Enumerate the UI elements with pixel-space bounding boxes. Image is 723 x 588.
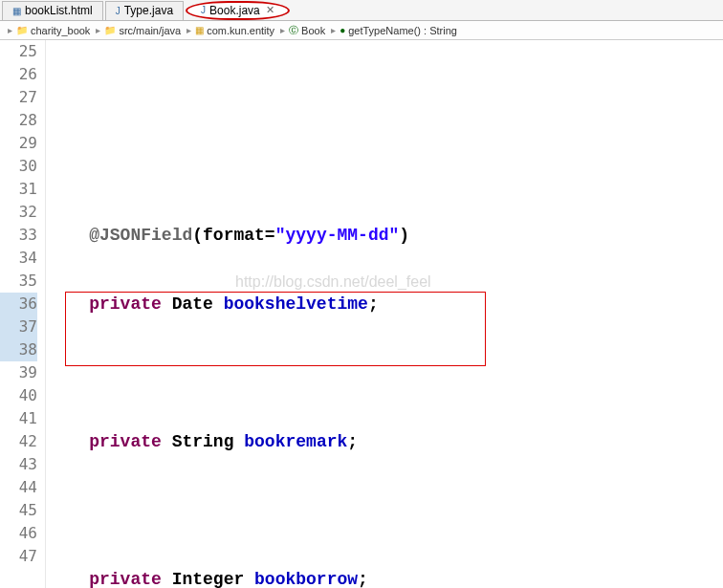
line-number-gutter: 2526272829303132333435363738394041424344…: [0, 40, 46, 588]
code-line: [48, 361, 723, 384]
java-file-icon: J: [116, 6, 120, 16]
chevron-right-icon: ▸: [186, 25, 191, 35]
line-number: 43: [0, 453, 37, 476]
tab-type-java[interactable]: J Type.java: [105, 1, 184, 20]
close-icon[interactable]: ✕: [266, 4, 274, 16]
breadcrumb-package[interactable]: ▦com.kun.entity: [195, 25, 274, 36]
class-icon: Ⓒ: [289, 24, 298, 37]
breadcrumb-method[interactable]: ●getTypeName() : String: [340, 25, 457, 36]
line-number: 38: [0, 338, 37, 361]
editor-tabs: ▦ bookList.html J Type.java J Book.java …: [0, 0, 723, 21]
line-number: 46: [0, 522, 37, 545]
line-number: 27: [0, 86, 37, 109]
line-number: 35: [0, 270, 37, 293]
code-line: private String bookremark;: [48, 430, 723, 453]
line-number: 45: [0, 499, 37, 522]
line-number: 39: [0, 361, 37, 384]
line-number: 44: [0, 476, 37, 499]
line-number: 32: [0, 201, 37, 224]
breadcrumb-src[interactable]: 📁src/main/java: [104, 25, 181, 36]
tab-label: bookList.html: [25, 4, 93, 17]
code-editor[interactable]: 2526272829303132333435363738394041424344…: [0, 40, 723, 588]
chevron-right-icon: ▸: [280, 25, 285, 35]
code-line: [48, 499, 723, 522]
code-line: private Integer bookborrow;: [48, 568, 723, 588]
breadcrumb-label: Book: [301, 25, 325, 36]
code-area[interactable]: http://blog.csdn.net/deel_feel @JSONFiel…: [46, 40, 723, 588]
code-line: @JSONField(format="yyyy-MM-dd"): [48, 224, 723, 247]
method-icon: ●: [340, 25, 345, 35]
breadcrumb-label: getTypeName() : String: [348, 25, 457, 36]
breadcrumb-class[interactable]: ⒸBook: [289, 24, 325, 37]
line-number: 37: [0, 316, 37, 338]
breadcrumb-project[interactable]: 📁charity_book: [16, 25, 90, 36]
breadcrumb-label: charity_book: [31, 25, 90, 36]
line-number: 34: [0, 247, 37, 270]
line-number: 42: [0, 430, 37, 453]
line-number: 29: [0, 132, 37, 155]
line-number: 28: [0, 109, 37, 132]
line-number: 30: [0, 155, 37, 178]
breadcrumb: ▸ 📁charity_book ▸ 📁src/main/java ▸ ▦com.…: [0, 21, 723, 40]
folder-icon: 📁: [104, 25, 116, 35]
code-line: private Date bookshelvetime;: [48, 293, 723, 316]
line-number: 41: [0, 407, 37, 430]
line-number: 31: [0, 178, 37, 201]
line-number: 25: [0, 40, 37, 63]
line-number: 26: [0, 63, 37, 86]
html-file-icon: ▦: [12, 6, 21, 16]
chevron-right-icon: ▸: [8, 25, 12, 35]
line-number: 40: [0, 384, 37, 407]
line-number: 36: [0, 293, 37, 316]
package-icon: ▦: [195, 25, 204, 35]
chevron-right-icon: ▸: [331, 25, 336, 35]
breadcrumb-label: com.kun.entity: [207, 25, 274, 36]
project-icon: 📁: [16, 25, 28, 35]
tab-label: Type.java: [124, 4, 173, 17]
chevron-right-icon: ▸: [96, 25, 100, 35]
tab-book-java[interactable]: J Book.java ✕: [186, 1, 290, 20]
code-line: [48, 155, 723, 178]
line-number: 47: [0, 545, 37, 568]
java-file-icon: J: [201, 5, 206, 15]
tab-label: Book.java: [209, 4, 260, 17]
watermark-text: http://blog.csdn.net/deel_feel: [235, 271, 431, 294]
line-number: 33: [0, 224, 37, 247]
tab-booklist-html[interactable]: ▦ bookList.html: [2, 1, 103, 20]
breadcrumb-label: src/main/java: [119, 25, 181, 36]
